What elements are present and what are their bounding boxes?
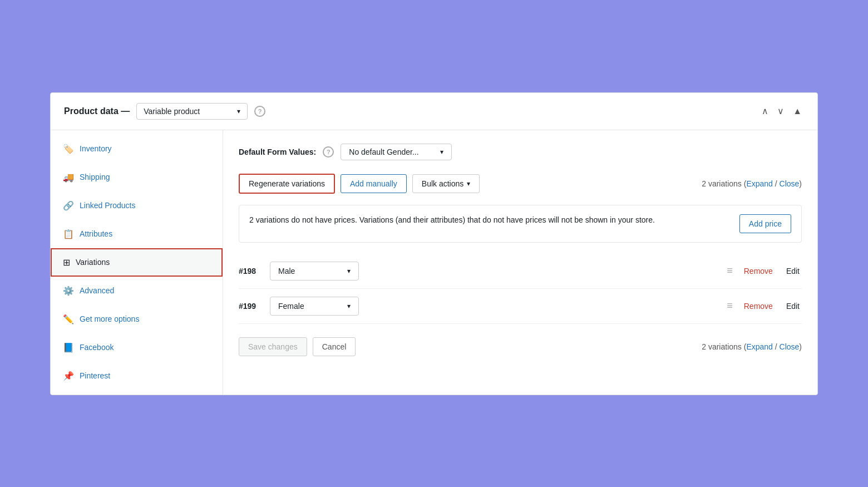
sidebar-item-inventory[interactable]: 🏷️ Inventory (51, 135, 223, 163)
cancel-button[interactable]: Cancel (313, 337, 356, 356)
sidebar-item-label-pinterest: Pinterest (80, 371, 110, 380)
bulk-actions-label: Bulk actions (422, 179, 463, 188)
main-content: Default Form Values: ? No default Gender… (223, 130, 817, 395)
sidebar-item-attributes[interactable]: 📋 Attributes (51, 220, 223, 248)
add-manually-button[interactable]: Add manually (341, 174, 407, 193)
sidebar-item-variations[interactable]: ⊞ Variations (51, 248, 223, 277)
add-price-button[interactable]: Add price (739, 214, 791, 233)
advanced-icon: ⚙️ (63, 286, 74, 296)
bottom-close-link[interactable]: Close (780, 342, 800, 351)
variation-199-menu-icon[interactable]: ≡ (727, 300, 733, 312)
help-icon[interactable]: ? (254, 106, 265, 117)
variation-199-select[interactable]: Female ▾ (270, 297, 359, 316)
variation-199-chevron-icon: ▾ (347, 302, 351, 310)
get-more-options-icon: ✏️ (63, 314, 74, 324)
sidebar-item-label-advanced: Advanced (80, 286, 114, 295)
arrow-down-button[interactable]: ∨ (775, 104, 786, 119)
variation-198-value: Male (278, 267, 295, 276)
expand-link[interactable]: Expand (746, 179, 772, 188)
facebook-icon: 📘 (63, 342, 74, 353)
sidebar-item-label-facebook: Facebook (80, 343, 114, 352)
default-form-values-row: Default Form Values: ? No default Gender… (239, 144, 802, 160)
bulk-actions-chevron-icon: ▾ (467, 180, 470, 188)
variation-199-remove-button[interactable]: Remove (742, 302, 775, 311)
variation-198-chevron-icon: ▾ (347, 267, 351, 275)
default-gender-value: No default Gender... (349, 147, 418, 156)
variation-row-199: #199 Female ▾ ≡ Remove Edit (239, 289, 802, 324)
close-link[interactable]: Close (780, 179, 800, 188)
product-type-select[interactable]: Variable product ▾ (136, 103, 248, 120)
pinterest-icon: 📌 (63, 371, 74, 381)
default-form-help-icon[interactable]: ? (323, 146, 334, 158)
variation-199-edit-button[interactable]: Edit (784, 302, 802, 311)
gender-chevron-icon: ▾ (440, 148, 443, 156)
sidebar-item-shipping[interactable]: 🚚 Shipping (51, 163, 223, 191)
sidebar: 🏷️ Inventory 🚚 Shipping 🔗 Linked Product… (51, 130, 223, 395)
bottom-variations-count: 2 variations (Expand / Close) (702, 342, 802, 351)
product-data-title: Product data — (64, 106, 130, 116)
attributes-icon: 📋 (63, 229, 74, 239)
bulk-actions-button[interactable]: Bulk actions ▾ (412, 174, 480, 193)
regenerate-variations-button[interactable]: Regenerate variations (239, 174, 335, 194)
product-data-body: 🏷️ Inventory 🚚 Shipping 🔗 Linked Product… (51, 130, 817, 395)
bottom-row: Save changes Cancel 2 variations (Expand… (239, 324, 802, 356)
linked-products-icon: 🔗 (63, 200, 74, 211)
arrow-collapse-button[interactable]: ▲ (791, 104, 804, 119)
variations-count: 2 variations (Expand / Close) (702, 179, 802, 188)
product-type-chevron-icon: ▾ (237, 107, 240, 115)
sidebar-item-advanced[interactable]: ⚙️ Advanced (51, 277, 223, 305)
variation-198-menu-icon[interactable]: ≡ (727, 265, 733, 277)
sidebar-item-label-attributes: Attributes (80, 229, 112, 238)
arrow-up-button[interactable]: ∧ (760, 104, 771, 119)
sidebar-item-label-inventory: Inventory (80, 144, 112, 153)
sidebar-item-facebook[interactable]: 📘 Facebook (51, 333, 223, 362)
sidebar-item-label-linked: Linked Products (80, 201, 135, 210)
sidebar-item-pinterest[interactable]: 📌 Pinterest (51, 362, 223, 390)
bottom-expand-link[interactable]: Expand (746, 342, 772, 351)
variation-198-edit-button[interactable]: Edit (784, 267, 802, 276)
product-data-panel: Product data — Variable product ▾ ? ∧ ∨ … (50, 92, 818, 395)
inventory-icon: 🏷️ (63, 144, 74, 154)
product-data-header: Product data — Variable product ▾ ? ∧ ∨ … (51, 93, 817, 130)
variations-icon: ⊞ (63, 257, 70, 268)
warning-text: 2 variations do not have prices. Variati… (249, 214, 655, 226)
sidebar-item-label-shipping: Shipping (80, 173, 110, 181)
variation-row-198: #198 Male ▾ ≡ Remove Edit (239, 254, 802, 289)
default-form-label: Default Form Values: (239, 147, 316, 156)
variation-199-value: Female (278, 302, 304, 311)
sidebar-item-get-more-options[interactable]: ✏️ Get more options (51, 305, 223, 333)
shipping-icon: 🚚 (63, 172, 74, 183)
variation-id-198: #198 (239, 267, 261, 276)
default-gender-select[interactable]: No default Gender... ▾ (341, 144, 452, 160)
variation-id-199: #199 (239, 302, 261, 311)
sidebar-item-linked-products[interactable]: 🔗 Linked Products (51, 191, 223, 220)
variation-198-remove-button[interactable]: Remove (742, 267, 775, 276)
warning-box: 2 variations do not have prices. Variati… (239, 205, 802, 243)
header-arrows: ∧ ∨ ▲ (760, 104, 804, 119)
variation-198-select[interactable]: Male ▾ (270, 262, 359, 281)
sidebar-item-label-variations: Variations (76, 258, 110, 267)
sidebar-item-label-get-more: Get more options (80, 314, 139, 323)
actions-row: Regenerate variations Add manually Bulk … (239, 174, 802, 194)
save-changes-button[interactable]: Save changes (239, 337, 307, 356)
